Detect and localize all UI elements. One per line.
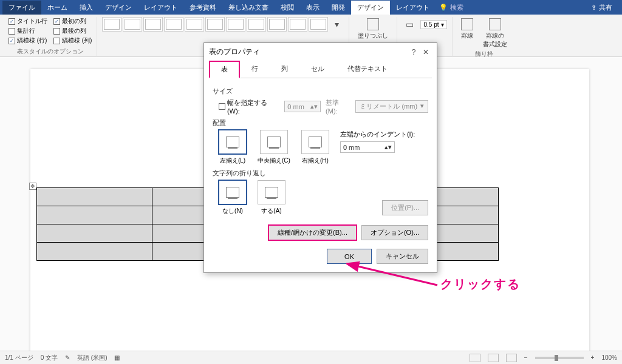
style-thumb[interactable] bbox=[247, 17, 266, 32]
wrap-none-option[interactable]: なし(N) bbox=[219, 180, 247, 215]
wrap-section-label: 文字列の折り返し bbox=[213, 169, 428, 178]
border-painter-icon bbox=[489, 18, 501, 30]
language-indicator[interactable]: 英語 (米国) bbox=[77, 354, 107, 362]
chk-last-col[interactable]: 最後の列 bbox=[53, 27, 92, 35]
ok-button[interactable]: OK bbox=[327, 249, 372, 264]
style-thumb[interactable] bbox=[143, 17, 163, 32]
view-web-layout[interactable] bbox=[506, 354, 517, 362]
tab-table-layout[interactable]: レイアウト bbox=[390, 1, 436, 15]
proofing-icon[interactable]: ✎ bbox=[65, 354, 70, 361]
table-properties-dialog: 表のプロパティ ? ✕ 表 行 列 セル 代替テキスト サイズ 幅を指定する(W… bbox=[203, 42, 437, 273]
bucket-icon bbox=[367, 18, 379, 30]
close-button[interactable]: ✕ bbox=[420, 48, 432, 56]
dialog-titlebar[interactable]: 表のプロパティ ? ✕ bbox=[204, 43, 437, 61]
style-thumb[interactable] bbox=[185, 17, 204, 32]
chevron-down-icon: ▾ bbox=[420, 102, 424, 111]
borders-group: 罫線 罫線の 書式設定 飾り枠 bbox=[453, 17, 516, 57]
size-section-label: サイズ bbox=[213, 87, 428, 96]
unit-dropdown[interactable]: ミリメートル (mm)▾ bbox=[355, 100, 428, 113]
tab-references[interactable]: 参考資料 bbox=[183, 1, 222, 15]
tab-view[interactable]: 表示 bbox=[300, 1, 326, 15]
group-label-style-options: 表スタイルのオプション bbox=[17, 47, 84, 57]
view-read-mode[interactable] bbox=[470, 354, 480, 362]
width-spinner[interactable]: 0 mm▴▾ bbox=[284, 101, 321, 112]
dlg-tab-cell[interactable]: セル bbox=[299, 61, 336, 78]
spinner-icon: ▴▾ bbox=[384, 143, 392, 151]
chk-banded-cols[interactable]: 縞模様 (列) bbox=[53, 36, 92, 45]
tab-design[interactable]: デザイン bbox=[99, 1, 138, 15]
tab-table-design[interactable]: デザイン bbox=[351, 1, 390, 15]
tab-mailings[interactable]: 差し込み文書 bbox=[222, 1, 275, 15]
dlg-tab-alttext[interactable]: 代替テキスト bbox=[336, 61, 399, 78]
tab-developer[interactable]: 開発 bbox=[326, 1, 351, 15]
status-bar: 1/1 ページ 0 文字 ✎ 英語 (米国) ▦ − + 100% bbox=[0, 351, 622, 364]
chk-specify-width[interactable]: 幅を指定する(W): bbox=[219, 98, 279, 115]
table-style-gallery[interactable]: ▾ bbox=[102, 17, 344, 32]
table-move-handle[interactable]: ✥ bbox=[29, 183, 36, 190]
style-thumb[interactable] bbox=[164, 17, 183, 32]
align-right-option[interactable]: 右揃え(H) bbox=[301, 130, 329, 165]
help-button[interactable]: ? bbox=[408, 48, 420, 56]
style-thumb[interactable] bbox=[102, 17, 121, 32]
zoom-level[interactable]: 100% bbox=[601, 354, 617, 361]
align-center-option[interactable]: 中央揃え(C) bbox=[258, 130, 290, 165]
tab-file[interactable]: ファイル bbox=[2, 1, 41, 15]
tab-home[interactable]: ホーム bbox=[41, 1, 73, 15]
chk-total-row[interactable]: 集計行 bbox=[9, 27, 47, 35]
wrap-around-option[interactable]: する(A) bbox=[258, 180, 285, 215]
dlg-tab-table[interactable]: 表 bbox=[209, 61, 240, 78]
tell-me-search[interactable]: 💡 検索 bbox=[439, 3, 463, 12]
style-thumb[interactable] bbox=[288, 17, 307, 32]
align-right-icon bbox=[309, 136, 322, 147]
zoom-out-button[interactable]: − bbox=[524, 354, 528, 361]
indent-spinner[interactable]: 0 mm▴▾ bbox=[340, 141, 395, 153]
search-placeholder: 検索 bbox=[450, 3, 463, 12]
border-style-dropdown[interactable]: ▭ bbox=[402, 17, 417, 32]
wrap-around-icon bbox=[265, 187, 278, 198]
style-thumb[interactable] bbox=[226, 17, 245, 32]
wrap-none-icon bbox=[226, 187, 239, 198]
style-thumb[interactable] bbox=[123, 17, 142, 32]
borders-button[interactable]: 罫線 bbox=[457, 17, 477, 50]
share-button[interactable]: ⇪ 共有 bbox=[586, 0, 617, 15]
indent-label: 左端からのインデント(I): bbox=[340, 130, 415, 139]
options-button[interactable]: オプション(O)... bbox=[361, 225, 428, 240]
pen-weight-dropdown[interactable]: 0.5 pt▾ bbox=[420, 20, 447, 29]
tab-layout[interactable]: レイアウト bbox=[138, 1, 183, 15]
gallery-more-icon[interactable]: ▾ bbox=[329, 17, 344, 32]
chk-title-row[interactable]: ✓タイトル行 bbox=[9, 17, 47, 25]
style-thumb[interactable] bbox=[309, 17, 328, 32]
shading-button[interactable]: 塗りつぶし bbox=[354, 17, 392, 41]
chk-first-col[interactable]: ✓最初の列 bbox=[53, 17, 92, 25]
chk-banded-rows[interactable]: ✓縞模様 (行) bbox=[9, 36, 47, 45]
share-icon: ⇪ bbox=[591, 4, 596, 12]
borders-shading-button[interactable]: 線種/網かけの変更(B)... bbox=[268, 225, 357, 240]
align-left-option[interactable]: 左揃え(L) bbox=[219, 130, 247, 165]
view-print-layout[interactable] bbox=[488, 354, 499, 362]
zoom-slider[interactable] bbox=[535, 357, 584, 359]
menu-bar: ファイル ホーム 挿入 デザイン レイアウト 参考資料 差し込み文書 校閲 表示… bbox=[0, 0, 622, 15]
style-thumb[interactable] bbox=[267, 17, 287, 32]
dlg-tab-column[interactable]: 列 bbox=[270, 61, 299, 78]
macro-icon[interactable]: ▦ bbox=[114, 354, 120, 361]
chevron-down-icon: ▾ bbox=[441, 21, 444, 28]
share-label: 共有 bbox=[599, 3, 612, 12]
style-thumb[interactable] bbox=[205, 17, 225, 32]
page-indicator[interactable]: 1/1 ページ bbox=[5, 354, 33, 362]
dlg-tab-row[interactable]: 行 bbox=[240, 61, 270, 78]
tab-review[interactable]: 校閲 bbox=[275, 1, 300, 15]
position-button: 位置(P)... bbox=[382, 200, 428, 215]
tab-insert[interactable]: 挿入 bbox=[73, 1, 99, 15]
word-count[interactable]: 0 文字 bbox=[41, 354, 58, 362]
table-style-options-group: ✓タイトル行 ✓最初の列 集計行 最後の列 ✓縞模様 (行) 縞模様 (列) 表… bbox=[4, 17, 97, 57]
border-painter-button[interactable]: 罫線の 書式設定 bbox=[479, 17, 511, 50]
align-section-label: 配置 bbox=[213, 118, 428, 127]
zoom-in-button[interactable]: + bbox=[591, 354, 595, 361]
annotation-text: クリックする bbox=[440, 276, 521, 292]
align-center-icon bbox=[267, 136, 281, 147]
dialog-title: 表のプロパティ bbox=[209, 47, 260, 57]
borders-icon bbox=[461, 18, 473, 30]
dialog-tabs: 表 行 列 セル 代替テキスト bbox=[209, 61, 432, 78]
cancel-button[interactable]: キャンセル bbox=[377, 249, 428, 264]
spinner-icon: ▴▾ bbox=[310, 103, 318, 110]
